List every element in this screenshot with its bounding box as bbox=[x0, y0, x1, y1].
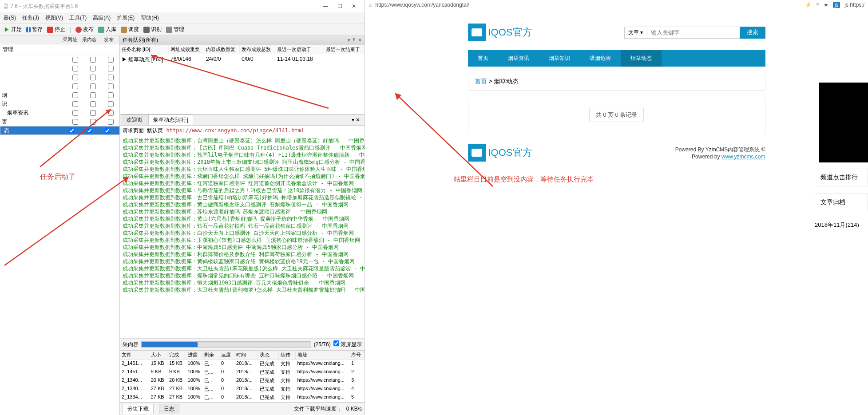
js-badge[interactable]: js bbox=[833, 2, 840, 8]
tree-row[interactable]: 识 bbox=[0, 99, 119, 108]
bottom-tab-log[interactable]: 日志 bbox=[159, 404, 179, 414]
toolbar-sched-button[interactable]: 调度 bbox=[121, 26, 139, 33]
footer-logo[interactable]: IQOS官方 bbox=[468, 144, 532, 162]
tree-checkbox[interactable] bbox=[90, 83, 96, 89]
tree-checkbox[interactable] bbox=[108, 66, 114, 71]
site-logo[interactable]: IQOS官方 bbox=[468, 24, 532, 41]
files-panel: 文件大小完成进度剩余速度时间状态续传地址序号 2_1451...15 KB15 … bbox=[120, 350, 365, 402]
file-row[interactable]: 2_1340...20 KB20 KB100%已...02018/...已完成支… bbox=[120, 376, 365, 385]
file-row[interactable]: 2_1340...27 KB27 KB100%已...02018/...已完成支… bbox=[120, 385, 365, 393]
tree-checkbox[interactable] bbox=[108, 119, 114, 125]
menu-item[interactable]: 任务(J) bbox=[22, 14, 39, 22]
queue-cell bbox=[324, 55, 364, 64]
menu-item[interactable]: 视图(V) bbox=[45, 14, 63, 22]
toolbar-mgmt-button[interactable]: 管理 bbox=[166, 26, 184, 33]
nav-item[interactable]: 首页 bbox=[468, 50, 498, 67]
tree-checkbox[interactable] bbox=[72, 119, 78, 125]
search-type-select[interactable]: 文章 ▾ bbox=[624, 27, 646, 39]
file-row[interactable]: 2_1451...9 KB9 KB100%已...02018/...已完成支持h… bbox=[120, 368, 365, 376]
tree-row[interactable]: 害 bbox=[0, 117, 119, 126]
toolbar-play-button[interactable]: 开始 bbox=[4, 26, 22, 33]
tree-checkbox[interactable] bbox=[108, 75, 114, 80]
maximize-button[interactable]: ☐ bbox=[333, 2, 347, 11]
nav-item[interactable]: 烟草资讯 bbox=[498, 50, 539, 67]
tree-checkbox[interactable] bbox=[72, 110, 78, 116]
files-col: 剩余 bbox=[202, 351, 219, 359]
tree-checkbox[interactable] bbox=[72, 75, 78, 80]
log-line: 成功采集并更新数据到数据库：号称雪茄的后起之秀！叫板古巴雪茄！这10款很有潜力 … bbox=[123, 187, 362, 194]
tree-checkbox[interactable] bbox=[108, 57, 114, 63]
toolbar-pub-button[interactable]: 发布 bbox=[75, 26, 94, 33]
nav-item[interactable]: 吸烟危害 bbox=[580, 50, 621, 67]
log-line: 成功采集并更新数据到数据库：云烟百味人生独家口感测评 5种爆珠口味让你体验人生百… bbox=[123, 166, 362, 173]
archive-item[interactable]: 2018年11月(214) bbox=[815, 218, 868, 232]
site-body: IQOS官方 文章 ▾ 搜索 首页烟草资讯烟草知识吸烟危害烟草动态 首页 > 烟… bbox=[365, 10, 868, 162]
files-body[interactable]: 2_1451...15 KB15 KB100%已...02018/...已完成支… bbox=[120, 360, 365, 402]
tree-row[interactable]: 烟 bbox=[0, 91, 119, 99]
list-icon[interactable]: ≡ bbox=[816, 2, 819, 8]
menu-item[interactable]: 器(S) bbox=[4, 14, 16, 22]
search-button[interactable]: 搜索 bbox=[740, 27, 765, 39]
breadcrumb-home[interactable]: 首页 bbox=[475, 78, 487, 85]
menu-item[interactable]: 工具(T) bbox=[69, 14, 87, 22]
tree-checkbox[interactable] bbox=[72, 101, 78, 107]
footer-link[interactable]: www.yzmcms.com bbox=[721, 154, 765, 160]
home-icon[interactable]: ⌂ bbox=[369, 2, 372, 8]
search-input[interactable] bbox=[647, 27, 740, 39]
tree-checkbox[interactable] bbox=[108, 110, 114, 116]
tree-checkbox[interactable] bbox=[90, 119, 96, 125]
queue-cell: 76/0/146 bbox=[169, 55, 204, 64]
log-line: 成功采集并更新数据到数据库：台湾阿里山（硬景泰蓝）怎么样 阿里山（硬景泰蓝）好抽… bbox=[123, 137, 362, 144]
roll-checkbox[interactable]: 滚屏显示 bbox=[333, 340, 362, 348]
tree-row[interactable] bbox=[0, 82, 119, 91]
tree-checkbox[interactable] bbox=[72, 83, 78, 89]
minimize-button[interactable]: — bbox=[318, 2, 333, 11]
close-button[interactable]: ✕ bbox=[347, 2, 361, 11]
tree-checkbox[interactable] bbox=[90, 75, 96, 80]
toolbar-pause-button[interactable]: 暂存 bbox=[26, 26, 43, 33]
queue-title: 任务队列(所有) bbox=[123, 36, 158, 44]
tree-checkbox[interactable] bbox=[90, 57, 96, 63]
tree-checkbox[interactable] bbox=[108, 92, 114, 98]
tree-checkbox[interactable] bbox=[90, 110, 96, 116]
menu-item[interactable]: 帮助(H) bbox=[141, 14, 159, 22]
toolbar-in-button[interactable]: 入库 bbox=[98, 26, 116, 33]
tree-checkbox[interactable] bbox=[90, 66, 96, 71]
tree-row[interactable] bbox=[0, 73, 119, 82]
bookmark-icon[interactable]: ★ bbox=[824, 2, 828, 8]
log-line: 成功采集并更新数据到数据库：白沙天天向上口感测评 白沙天天向上独家口感分析 - … bbox=[123, 229, 362, 237]
close-tab-button[interactable]: ▾ ✕ bbox=[349, 117, 363, 123]
nav-item[interactable]: 烟草知识 bbox=[539, 50, 580, 67]
menu-item[interactable]: 扩展(E) bbox=[117, 14, 135, 22]
tree-checkbox[interactable] bbox=[90, 92, 96, 98]
pub-icon bbox=[75, 27, 82, 33]
tree-row[interactable]: 态 bbox=[0, 126, 119, 135]
tree-checkbox[interactable] bbox=[87, 128, 92, 134]
tab-welcome[interactable]: 欢迎页 bbox=[122, 115, 147, 125]
tree-checkbox[interactable] bbox=[108, 83, 114, 89]
tab-running-task[interactable]: 烟草动态[运行] bbox=[148, 115, 193, 125]
tree-checkbox[interactable] bbox=[72, 57, 78, 63]
toolbar-reco-button[interactable]: 识别 bbox=[143, 26, 162, 33]
log-body[interactable]: 成功采集并更新数据到数据库：台湾阿里山（硬景泰蓝）怎么样 阿里山（硬景泰蓝）好抽… bbox=[120, 136, 365, 338]
file-row[interactable]: 2_1451...15 KB15 KB100%已...02018/...已完成支… bbox=[120, 360, 365, 368]
tree-checkbox[interactable] bbox=[72, 66, 78, 71]
tree-row[interactable] bbox=[0, 64, 119, 73]
file-row[interactable]: 2_1334...27 KB27 KB100%已...02018/...已完成支… bbox=[120, 393, 365, 402]
queue-cell: 0/0/0 bbox=[240, 55, 275, 64]
tree-checkbox[interactable] bbox=[90, 101, 96, 107]
tree-checkbox[interactable] bbox=[69, 128, 75, 134]
nav-item[interactable]: 烟草动态 bbox=[621, 50, 662, 67]
tree-checkbox[interactable] bbox=[72, 92, 78, 98]
lightning-icon[interactable]: ⚡ bbox=[805, 2, 812, 8]
tree-checkbox[interactable] bbox=[108, 101, 114, 107]
tree-row[interactable]: —烟草资讯 bbox=[0, 108, 119, 117]
toolbar-stop-button[interactable]: 停止 bbox=[47, 26, 65, 33]
tree-row[interactable] bbox=[0, 55, 119, 64]
breadcrumb: 首页 > 烟草动态 bbox=[468, 73, 765, 91]
address-url[interactable]: https://www.iqosyw.com/yancaodongtai/ bbox=[375, 2, 801, 8]
tree-checkbox[interactable] bbox=[104, 128, 110, 134]
menu-item[interactable]: 高级(A) bbox=[93, 14, 111, 22]
bottom-tab-chunk[interactable]: 分块下载 bbox=[123, 404, 154, 414]
queue-task-row[interactable]: ▶ 烟草动态 [260]76/0/14624/0/00/0/011-14 01:… bbox=[120, 54, 365, 65]
